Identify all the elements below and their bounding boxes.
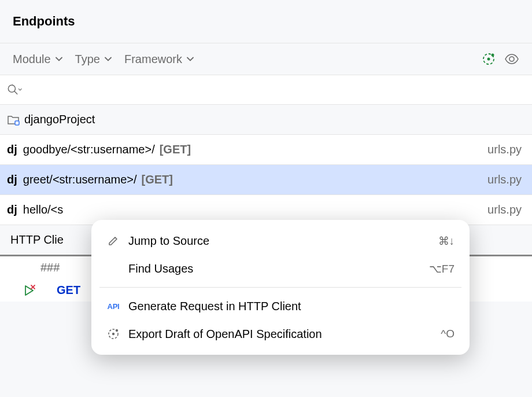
chevron-down-icon bbox=[187, 57, 194, 61]
menu-shortcut: ^O bbox=[441, 328, 455, 340]
menu-divider bbox=[99, 287, 461, 288]
framework-filter[interactable]: Framework bbox=[124, 53, 194, 66]
svg-point-11 bbox=[116, 329, 118, 332]
type-filter-label: Type bbox=[75, 53, 100, 66]
svg-point-10 bbox=[112, 333, 114, 335]
http-client-label: HTTP Clie bbox=[10, 233, 64, 246]
find-usages-item[interactable]: Find Usages ⌥F7 bbox=[91, 255, 470, 282]
menu-shortcut: ⌘↓ bbox=[438, 234, 455, 248]
django-icon: dj bbox=[7, 143, 17, 156]
endpoint-path: goodbye/<str:username>/ bbox=[23, 143, 155, 156]
endpoint-file: urls.py bbox=[487, 173, 525, 186]
gauge-icon bbox=[106, 327, 120, 341]
menu-label: Jump to Source bbox=[128, 234, 430, 248]
endpoint-method: [GET] bbox=[160, 143, 191, 156]
endpoint-file: urls.py bbox=[487, 143, 525, 156]
framework-filter-label: Framework bbox=[124, 53, 182, 66]
svg-point-2 bbox=[492, 54, 494, 57]
type-filter[interactable]: Type bbox=[75, 53, 112, 66]
endpoint-path: hello/<s bbox=[23, 203, 64, 216]
menu-label: Export Draft of OpenAPI Specification bbox=[128, 328, 433, 341]
endpoint-path: greet/<str:username>/ bbox=[23, 173, 137, 186]
pencil-icon bbox=[106, 234, 120, 248]
empty-icon bbox=[106, 262, 120, 275]
api-icon: API bbox=[106, 299, 120, 313]
folder-icon bbox=[7, 113, 20, 126]
search-icon bbox=[7, 82, 22, 97]
project-name: djangoProject bbox=[24, 113, 95, 126]
module-filter[interactable]: Module bbox=[13, 53, 62, 66]
svg-point-3 bbox=[509, 57, 514, 61]
menu-shortcut: ⌥F7 bbox=[429, 262, 455, 275]
eye-icon[interactable] bbox=[504, 52, 519, 67]
chevron-down-icon bbox=[105, 57, 112, 61]
svg-rect-6 bbox=[15, 121, 19, 125]
django-icon: dj bbox=[7, 173, 17, 186]
chevron-down-icon bbox=[56, 57, 62, 61]
jump-to-source-item[interactable]: Jump to Source ⌘↓ bbox=[91, 227, 470, 255]
export-openapi-item[interactable]: Export Draft of OpenAPI Specification ^O bbox=[91, 320, 470, 348]
django-icon: dj bbox=[7, 203, 17, 216]
menu-label: Generate Request in HTTP Client bbox=[128, 300, 455, 313]
endpoint-row[interactable]: dj goodbye/<str:username>/ [GET] urls.py bbox=[0, 135, 532, 165]
generate-request-item[interactable]: API Generate Request in HTTP Client bbox=[91, 292, 470, 320]
filter-toolbar: Module Type Framework bbox=[0, 43, 532, 75]
openapi-icon[interactable] bbox=[481, 52, 496, 67]
svg-point-1 bbox=[487, 58, 490, 61]
project-row[interactable]: djangoProject bbox=[0, 105, 532, 135]
svg-line-5 bbox=[14, 91, 17, 94]
endpoint-method: [GET] bbox=[142, 173, 173, 186]
context-menu: Jump to Source ⌘↓ Find Usages ⌥F7 API Ge… bbox=[91, 220, 470, 355]
module-filter-label: Module bbox=[13, 53, 51, 66]
endpoint-row[interactable]: dj greet/<str:username>/ [GET] urls.py bbox=[0, 165, 532, 195]
http-method: GET bbox=[57, 284, 80, 297]
panel-header: Endpoints bbox=[0, 0, 532, 43]
search-bar[interactable] bbox=[0, 75, 532, 105]
panel-title: Endpoints bbox=[13, 14, 519, 29]
menu-label: Find Usages bbox=[128, 262, 421, 275]
endpoint-file: urls.py bbox=[487, 203, 525, 216]
run-icon[interactable] bbox=[23, 284, 36, 297]
